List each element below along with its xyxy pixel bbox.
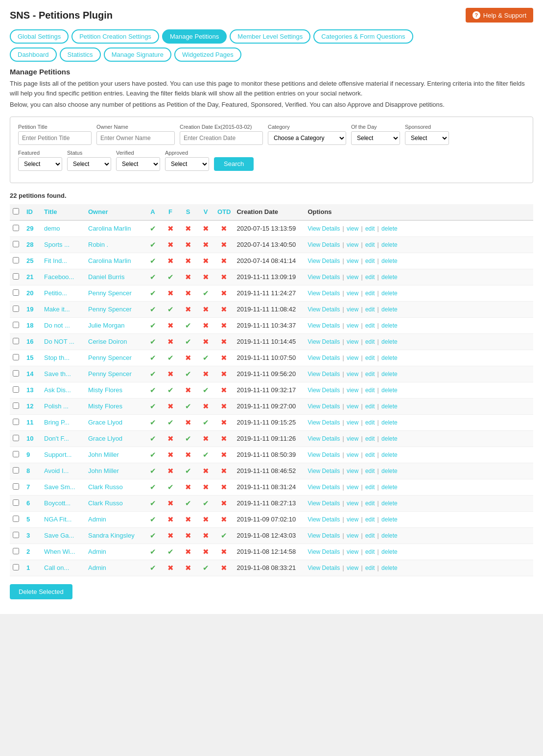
row-checkbox-14[interactable]	[13, 370, 19, 377]
view-details-link[interactable]: View Details	[307, 419, 340, 426]
row-owner[interactable]: Clark Russo	[85, 479, 144, 495]
edit-link[interactable]: edit	[365, 354, 375, 361]
row-v-icon[interactable]: ✖	[197, 398, 214, 414]
row-a-icon[interactable]: ✔	[144, 414, 162, 430]
nav-tab2-1[interactable]: Statistics	[60, 47, 101, 62]
edit-link[interactable]: edit	[365, 306, 375, 313]
row-v-icon[interactable]: ✖	[197, 511, 214, 527]
row-otd-icon[interactable]: ✖	[214, 479, 234, 495]
edit-link[interactable]: edit	[365, 338, 375, 345]
row-owner[interactable]: Penny Spencer	[85, 301, 144, 317]
delete-link[interactable]: delete	[381, 419, 398, 426]
view-link[interactable]: view	[347, 565, 358, 571]
nav-tab-3[interactable]: Member Level Settings	[230, 29, 310, 44]
row-s-icon[interactable]: ✔	[179, 495, 197, 511]
row-title[interactable]: Faceboo...	[41, 269, 85, 285]
row-otd-icon[interactable]: ✖	[214, 366, 234, 382]
edit-link[interactable]: edit	[365, 290, 375, 297]
row-title[interactable]: Bring P...	[41, 414, 85, 430]
row-a-icon[interactable]: ✔	[144, 430, 162, 447]
delete-link[interactable]: delete	[381, 468, 398, 474]
of-the-day-select[interactable]: Select	[351, 131, 400, 145]
row-s-icon[interactable]: ✖	[179, 414, 197, 430]
nav-tab-2[interactable]: Manage Petitions	[162, 29, 227, 44]
edit-link[interactable]: edit	[365, 500, 375, 507]
row-v-icon[interactable]: ✔	[197, 495, 214, 511]
row-s-icon[interactable]: ✖	[179, 301, 197, 317]
row-f-icon[interactable]: ✖	[162, 430, 179, 447]
row-v-icon[interactable]: ✖	[197, 317, 214, 333]
edit-link[interactable]: edit	[365, 532, 375, 539]
row-a-icon[interactable]: ✔	[144, 398, 162, 414]
view-link[interactable]: view	[347, 258, 358, 264]
row-a-icon[interactable]: ✔	[144, 317, 162, 333]
row-owner[interactable]: Julie Morgan	[85, 317, 144, 333]
row-owner[interactable]: Penny Spencer	[85, 285, 144, 301]
row-title[interactable]: Save th...	[41, 366, 85, 382]
row-title[interactable]: Call on...	[41, 560, 85, 576]
edit-link[interactable]: edit	[365, 258, 375, 264]
row-s-icon[interactable]: ✖	[179, 382, 197, 398]
row-checkbox-8[interactable]	[13, 467, 19, 473]
row-v-icon[interactable]: ✔	[197, 382, 214, 398]
edit-link[interactable]: edit	[365, 387, 375, 394]
row-checkbox-1[interactable]	[13, 564, 19, 570]
row-a-icon[interactable]: ✔	[144, 301, 162, 317]
row-s-icon[interactable]: ✖	[179, 527, 197, 543]
row-v-icon[interactable]: ✖	[197, 430, 214, 447]
row-f-icon[interactable]: ✔	[162, 479, 179, 495]
nav-tab-0[interactable]: Global Settings	[10, 29, 69, 44]
row-owner[interactable]: Daniel Burris	[85, 269, 144, 285]
row-checkbox-15[interactable]	[13, 354, 19, 360]
delete-link[interactable]: delete	[381, 387, 398, 394]
delete-link[interactable]: delete	[381, 371, 398, 378]
row-otd-icon[interactable]: ✖	[214, 382, 234, 398]
row-v-icon[interactable]: ✔	[197, 350, 214, 366]
sponsored-select[interactable]: Select	[405, 131, 449, 145]
row-owner[interactable]: Carolina Marlin	[85, 253, 144, 269]
view-details-link[interactable]: View Details	[307, 468, 340, 474]
row-v-icon[interactable]: ✖	[197, 463, 214, 479]
row-title[interactable]: Avoid I...	[41, 463, 85, 479]
row-owner[interactable]: Penny Spencer	[85, 366, 144, 382]
view-details-link[interactable]: View Details	[307, 274, 340, 281]
view-details-link[interactable]: View Details	[307, 516, 340, 523]
delete-link[interactable]: delete	[381, 306, 398, 313]
delete-link[interactable]: delete	[381, 274, 398, 281]
delete-link[interactable]: delete	[381, 548, 398, 555]
row-title[interactable]: Support...	[41, 447, 85, 463]
row-title[interactable]: Boycott...	[41, 495, 85, 511]
edit-link[interactable]: edit	[365, 548, 375, 555]
row-v-icon[interactable]: ✖	[197, 543, 214, 560]
edit-link[interactable]: edit	[365, 403, 375, 410]
edit-link[interactable]: edit	[365, 241, 375, 248]
edit-link[interactable]: edit	[365, 435, 375, 442]
row-owner[interactable]: Misty Flores	[85, 398, 144, 414]
row-otd-icon[interactable]: ✖	[214, 430, 234, 447]
row-otd-icon[interactable]: ✖	[214, 333, 234, 350]
row-v-icon[interactable]: ✔	[197, 414, 214, 430]
nav-tab-1[interactable]: Petition Creation Settings	[71, 29, 159, 44]
row-checkbox-25[interactable]	[13, 257, 19, 263]
row-v-icon[interactable]: ✖	[197, 269, 214, 285]
view-link[interactable]: view	[347, 290, 358, 297]
row-s-icon[interactable]: ✖	[179, 511, 197, 527]
row-s-icon[interactable]: ✖	[179, 560, 197, 576]
row-f-icon[interactable]: ✔	[162, 543, 179, 560]
row-a-icon[interactable]: ✔	[144, 560, 162, 576]
row-v-icon[interactable]: ✔	[197, 560, 214, 576]
owner-name-input[interactable]	[96, 131, 175, 145]
row-title[interactable]: Ask Dis...	[41, 382, 85, 398]
delete-link[interactable]: delete	[381, 290, 398, 297]
view-link[interactable]: view	[347, 225, 358, 232]
status-select[interactable]: Select	[67, 157, 111, 171]
row-a-icon[interactable]: ✔	[144, 236, 162, 253]
row-s-icon[interactable]: ✔	[179, 317, 197, 333]
row-owner[interactable]: Admin	[85, 560, 144, 576]
row-a-icon[interactable]: ✔	[144, 511, 162, 527]
row-checkbox-20[interactable]	[13, 289, 19, 296]
row-s-icon[interactable]: ✖	[179, 543, 197, 560]
row-v-icon[interactable]: ✖	[197, 253, 214, 269]
row-f-icon[interactable]: ✔	[162, 350, 179, 366]
row-otd-icon[interactable]: ✖	[214, 560, 234, 576]
